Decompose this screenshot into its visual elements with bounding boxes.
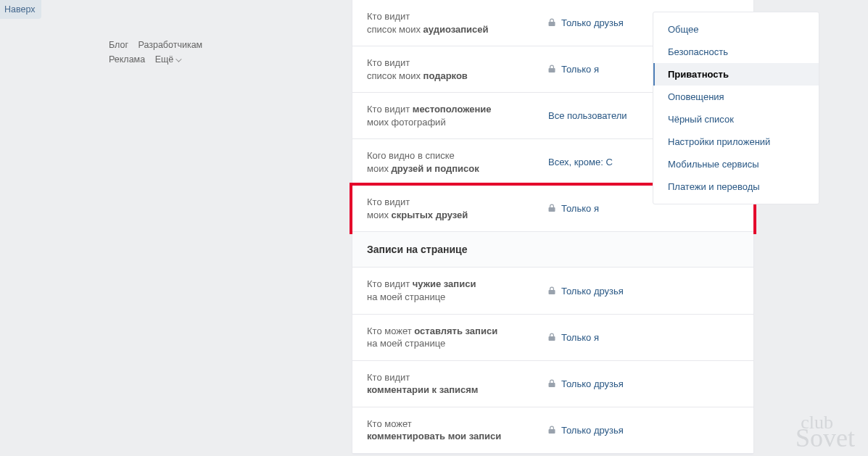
setting-label: Кто видит чужие записина моей странице [367,278,548,303]
wall-row: Кто можеткомментировать мои записиТолько… [352,407,753,454]
lock-icon [548,64,555,75]
sidebar-item-3[interactable]: Оповещения [653,86,819,108]
chevron-down-icon [175,56,181,62]
sidebar-item-1[interactable]: Безопасность [653,41,819,63]
scroll-top-button[interactable]: Наверх [0,0,41,19]
sidebar-item-2[interactable]: Приватность [653,63,819,86]
setting-value[interactable]: Только друзья [548,378,624,389]
setting-value[interactable]: Только я [548,64,599,75]
setting-value[interactable]: Все пользователи [548,110,627,121]
wall-row: Кто видит чужие записина моей страницеТо… [352,268,753,314]
settings-sidebar: ОбщееБезопасностьПриватностьОповещенияЧё… [653,12,819,204]
lock-icon [548,203,555,214]
wall-row: Кто может оставлять записина моей страни… [352,315,753,361]
wall-row: Кто видиткомментарии к записямТолько дру… [352,361,753,407]
footer-nav: Блог Разработчикам Реклама Ещё [109,16,225,67]
lock-icon [548,17,555,28]
setting-label: Кто видит местоположениемоих фотографий [367,103,548,128]
lock-icon [548,425,555,436]
setting-label: Кто можеткомментировать мои записи [367,418,548,443]
setting-value[interactable]: Только друзья [548,425,624,436]
nav-more[interactable]: Ещё [155,52,181,67]
setting-label: Кто видитсписок моих аудиозаписей [367,10,548,36]
sidebar-item-5[interactable]: Настройки приложений [653,130,819,153]
lock-icon [548,332,555,343]
section-header-wall: Записи на странице [352,231,753,268]
nav-blog[interactable]: Блог [109,38,128,52]
setting-label: Кто видитсписок моих подарков [367,57,548,82]
setting-label: Кто видиткомментарии к записям [367,371,548,397]
setting-value[interactable]: Только я [548,332,599,343]
sidebar-item-6[interactable]: Мобильные сервисы [653,153,819,175]
nav-ads[interactable]: Реклама [109,52,145,67]
setting-value[interactable]: Всех, кроме: С [548,157,613,167]
setting-value[interactable]: Только друзья [548,17,624,28]
watermark-logo: club Sovet [795,416,855,447]
setting-label: Кого видно в спискемоих друзей и подписо… [367,149,548,175]
sidebar-item-4[interactable]: Чёрный список [653,108,819,130]
setting-label: Кто может оставлять записина моей страни… [367,325,548,350]
setting-value[interactable]: Только я [548,203,599,214]
lock-icon [548,286,555,297]
setting-value[interactable]: Только друзья [548,286,624,297]
nav-developers[interactable]: Разработчикам [139,38,203,52]
lock-icon [548,378,555,389]
sidebar-item-0[interactable]: Общее [653,18,819,41]
sidebar-item-7[interactable]: Платежи и переводы [653,175,819,198]
setting-label: Кто видитмоих скрытых друзей [367,196,548,221]
